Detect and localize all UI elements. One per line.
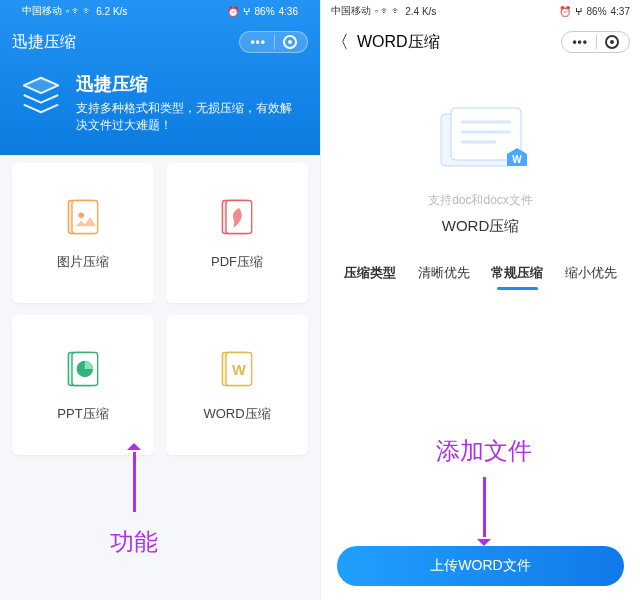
left-header: 中国移动 ▫ ᯤ ᯤ 6.2 K/s ⏰ ⵖ 86% 4:36 迅捷压缩 ••• bbox=[0, 0, 320, 155]
layers-icon bbox=[18, 72, 64, 118]
netspeed: 6.2 K/s bbox=[96, 6, 127, 17]
miniapp-capsule[interactable]: ••• bbox=[561, 31, 630, 53]
illust-sub: 支持doc和docx文件 bbox=[428, 192, 533, 209]
capsule-sep bbox=[596, 35, 597, 49]
image-file-icon bbox=[61, 195, 105, 239]
app-bar: 迅捷压缩 ••• bbox=[12, 22, 308, 62]
annotation-label: 功能 bbox=[110, 526, 158, 558]
tile-label: PDF压缩 bbox=[211, 253, 263, 271]
ppt-file-icon bbox=[61, 347, 105, 391]
battery-label: 86% bbox=[255, 6, 275, 17]
time-label: 4:37 bbox=[611, 6, 630, 17]
close-miniapp-icon[interactable] bbox=[283, 35, 297, 49]
compress-tabs: 压缩类型 清晰优先 常规压缩 缩小优先 bbox=[321, 246, 640, 296]
annotation-add-file: 添加文件 bbox=[436, 435, 532, 537]
tab-shrink-priority[interactable]: 缩小优先 bbox=[565, 264, 617, 290]
word-file-icon: W bbox=[215, 347, 259, 391]
status-bar: 中国移动 ▫ ᯤ ᯤ 6.2 K/s ⏰ ⵖ 86% 4:36 bbox=[12, 0, 308, 22]
svg-point-2 bbox=[78, 212, 84, 218]
page-title: WORD压缩 bbox=[357, 32, 440, 53]
bt-icon: ⵖ bbox=[575, 6, 583, 17]
pdf-file-icon bbox=[215, 195, 259, 239]
svg-text:W: W bbox=[512, 154, 522, 165]
capsule-sep bbox=[274, 35, 275, 49]
status-bar: 中国移动 ▫ ᯤ ᯤ 2.4 K/s ⏰ ⵖ 86% 4:37 bbox=[321, 0, 640, 22]
banner-text: 迅捷压缩 支持多种格式和类型，无损压缩，有效解决文件过大难题！ bbox=[76, 72, 302, 135]
tile-ppt-compress[interactable]: PPT压缩 bbox=[12, 315, 154, 455]
back-icon[interactable]: 〈 bbox=[331, 30, 349, 54]
tab-type-label: 压缩类型 bbox=[344, 264, 396, 290]
tile-label: WORD压缩 bbox=[203, 405, 270, 423]
annotation-features: 功能 bbox=[110, 452, 158, 558]
more-icon[interactable]: ••• bbox=[250, 35, 266, 49]
miniapp-capsule[interactable]: ••• bbox=[239, 31, 308, 53]
upload-word-button[interactable]: 上传WORD文件 bbox=[337, 546, 624, 586]
phone-left: 中国移动 ▫ ᯤ ᯤ 6.2 K/s ⏰ ⵖ 86% 4:36 迅捷压缩 ••• bbox=[0, 0, 320, 600]
tab-normal-compress[interactable]: 常规压缩 bbox=[491, 264, 543, 290]
signal-icon: ▫ ᯤ ᯤ bbox=[375, 6, 401, 16]
svg-text:W: W bbox=[232, 361, 246, 377]
netspeed: 2.4 K/s bbox=[405, 6, 436, 17]
tile-image-compress[interactable]: 图片压缩 bbox=[12, 163, 154, 303]
tile-word-compress[interactable]: W WORD压缩 bbox=[166, 315, 308, 455]
tile-pdf-compress[interactable]: PDF压缩 bbox=[166, 163, 308, 303]
illustration-area: W 支持doc和docx文件 WORD压缩 bbox=[321, 62, 640, 246]
time-label: 4:36 bbox=[279, 6, 298, 17]
word-document-icon: W bbox=[421, 102, 541, 182]
tile-label: 图片压缩 bbox=[57, 253, 109, 271]
banner: 迅捷压缩 支持多种格式和类型，无损压缩，有效解决文件过大难题！ bbox=[12, 62, 308, 141]
alarm-icon: ⏰ bbox=[559, 6, 571, 17]
close-miniapp-icon[interactable] bbox=[605, 35, 619, 49]
svg-rect-1 bbox=[72, 200, 98, 233]
annotation-label: 添加文件 bbox=[436, 435, 532, 467]
app-title: 迅捷压缩 bbox=[12, 32, 76, 53]
tab-clear-priority[interactable]: 清晰优先 bbox=[418, 264, 470, 290]
illust-title: WORD压缩 bbox=[442, 217, 520, 236]
signal-icon: ▫ ᯤ ᯤ bbox=[66, 6, 92, 16]
phone-right: 中国移动 ▫ ᯤ ᯤ 2.4 K/s ⏰ ⵖ 86% 4:37 〈 WORD压缩… bbox=[320, 0, 640, 600]
feature-grid: 图片压缩 PDF压缩 PPT压缩 W WORD压缩 bbox=[0, 151, 320, 467]
banner-sub: 支持多种格式和类型，无损压缩，有效解决文件过大难题！ bbox=[76, 100, 302, 135]
banner-title: 迅捷压缩 bbox=[76, 72, 302, 96]
battery-label: 86% bbox=[587, 6, 607, 17]
more-icon[interactable]: ••• bbox=[572, 35, 588, 49]
alarm-icon: ⏰ bbox=[227, 6, 239, 17]
app-bar: 〈 WORD压缩 ••• bbox=[321, 22, 640, 62]
carrier-label: 中国移动 bbox=[22, 4, 62, 18]
tile-label: PPT压缩 bbox=[57, 405, 108, 423]
bt-icon: ⵖ bbox=[243, 6, 251, 17]
carrier-label: 中国移动 bbox=[331, 4, 371, 18]
